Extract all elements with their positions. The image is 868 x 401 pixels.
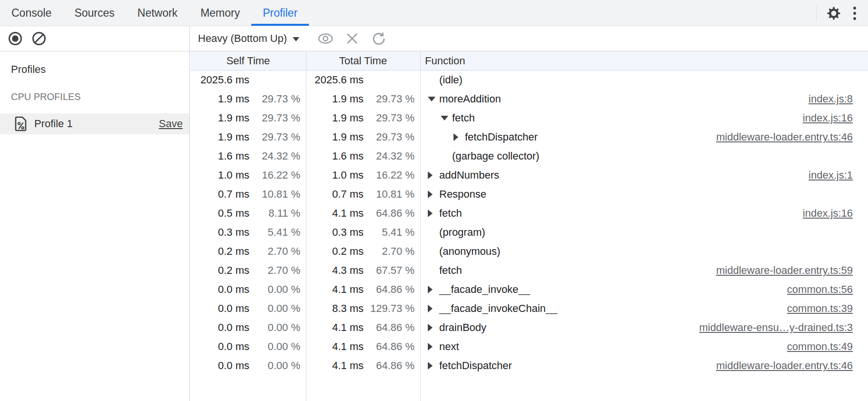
total-time-value: 1.9 ms xyxy=(306,93,364,105)
self-time-percent: 0.00 % xyxy=(249,321,300,334)
save-profile-link[interactable]: Save xyxy=(159,118,183,130)
table-row[interactable]: 1.9 ms 29.73 % 1.9 ms 29.73 % fetchDispa… xyxy=(190,128,868,147)
self-time-value: 1.9 ms xyxy=(190,112,249,124)
total-time-cell: 4.3 ms 67.57 % xyxy=(306,261,420,280)
column-header-function[interactable]: Function xyxy=(420,51,868,70)
self-time-cell: 1.0 ms 16.22 % xyxy=(190,166,306,185)
table-row[interactable]: 0.7 ms 10.81 % 0.7 ms 10.81 % Response xyxy=(190,185,868,204)
table-row[interactable]: 2025.6 ms 2025.6 ms (idle) xyxy=(190,70,868,90)
column-header-total-time[interactable]: Total Time xyxy=(306,51,420,70)
self-time-cell: 1.6 ms 24.32 % xyxy=(190,147,306,166)
self-time-percent: 8.11 % xyxy=(249,207,300,220)
tree-expander[interactable] xyxy=(428,190,439,198)
self-time-cell: 1.9 ms 29.73 % xyxy=(190,109,306,128)
total-time-percent: 2.70 % xyxy=(364,245,414,258)
function-cell: __facade_invokeChain__ common.ts:39 xyxy=(420,299,868,318)
table-row[interactable]: 0.0 ms 0.00 % 4.1 ms 64.86 % fetchDispat… xyxy=(190,356,868,375)
function-cell: next common.ts:49 xyxy=(420,337,868,356)
source-link[interactable]: middleware-loader.entry.ts:59 xyxy=(716,264,853,277)
total-time-cell: 8.3 ms 129.73 % xyxy=(306,299,420,318)
table-row[interactable]: 0.2 ms 2.70 % 4.3 ms 67.57 % fetch middl… xyxy=(190,261,868,280)
function-name: fetch xyxy=(452,112,475,124)
source-link[interactable]: common.ts:49 xyxy=(787,341,853,353)
restore-all-button[interactable] xyxy=(372,31,386,46)
table-row[interactable]: 0.5 ms 8.11 % 4.1 ms 64.86 % fetch index… xyxy=(190,204,868,223)
record-icon xyxy=(8,31,23,46)
source-link[interactable]: common.ts:56 xyxy=(787,283,853,296)
self-time-value: 0.0 ms xyxy=(190,302,249,315)
source-link[interactable]: middleware-ensu…y-drained.ts:3 xyxy=(699,321,853,334)
tree-expander[interactable] xyxy=(428,97,439,101)
sidebar-item-profile-1[interactable]: Profile 1 Save xyxy=(0,113,189,134)
total-time-cell: 1.9 ms 29.73 % xyxy=(306,128,420,147)
function-name: fetchDispatcher xyxy=(439,360,512,372)
exclude-selected-button[interactable] xyxy=(345,31,359,46)
tree-expander[interactable] xyxy=(428,305,439,312)
function-cell: fetch index.js:16 xyxy=(420,204,868,223)
tree-expander[interactable] xyxy=(428,171,439,179)
tab-profiler[interactable]: Profiler xyxy=(251,0,309,26)
tree-expander[interactable] xyxy=(428,324,439,331)
table-row[interactable]: 0.0 ms 0.00 % 8.3 ms 129.73 % __facade_i… xyxy=(190,299,868,318)
table-row[interactable]: 1.0 ms 16.22 % 1.0 ms 16.22 % addNumbers… xyxy=(190,166,868,185)
total-time-value: 2025.6 ms xyxy=(306,74,364,86)
tree-expander[interactable] xyxy=(428,343,439,351)
source-link[interactable]: common.ts:39 xyxy=(787,302,853,315)
function-cell: fetchDispatcher middleware-loader.entry.… xyxy=(420,356,868,375)
table-row[interactable]: 1.6 ms 24.32 % 1.6 ms 24.32 % (garbage c… xyxy=(190,147,868,166)
view-mode-select[interactable]: Heavy (Bottom Up) xyxy=(198,32,299,45)
source-link[interactable]: middleware-loader.entry.ts:46 xyxy=(716,360,853,372)
tab-memory[interactable]: Memory xyxy=(189,0,251,26)
total-time-value: 0.2 ms xyxy=(306,245,364,258)
source-link[interactable]: index.js:8 xyxy=(809,93,853,105)
tree-indent xyxy=(420,213,428,214)
clear-profiles-button[interactable] xyxy=(31,31,47,46)
tab-console[interactable]: Console xyxy=(0,0,63,26)
profiles-title: Profiles xyxy=(0,60,189,79)
self-time-percent: 29.73 % xyxy=(249,131,300,143)
self-time-value: 1.9 ms xyxy=(190,93,249,105)
table-row[interactable]: 0.0 ms 0.00 % 4.1 ms 64.86 % __facade_in… xyxy=(190,280,868,299)
self-time-value: 0.0 ms xyxy=(190,283,249,296)
total-time-cell: 0.3 ms 5.41 % xyxy=(306,223,420,242)
total-time-percent: 5.41 % xyxy=(364,226,414,239)
table-row[interactable]: 1.9 ms 29.73 % 1.9 ms 29.73 % fetch inde… xyxy=(190,109,868,128)
self-time-cell: 0.3 ms 5.41 % xyxy=(190,223,306,242)
tree-indent xyxy=(420,290,428,290)
self-time-cell: 0.2 ms 2.70 % xyxy=(190,261,306,280)
table-row[interactable]: 0.3 ms 5.41 % 0.3 ms 5.41 % (program) xyxy=(190,223,868,242)
tab-network[interactable]: Network xyxy=(126,0,189,26)
source-link[interactable]: index.js:16 xyxy=(803,112,853,124)
tree-expander[interactable] xyxy=(428,286,439,293)
tree-expander[interactable] xyxy=(428,362,439,370)
source-link[interactable]: index.js:16 xyxy=(803,207,853,220)
function-cell: __facade_invoke__ common.ts:56 xyxy=(420,280,868,299)
tree-expander[interactable] xyxy=(454,133,465,141)
self-time-value: 0.5 ms xyxy=(190,207,249,220)
table-row[interactable]: 0.0 ms 0.00 % 4.1 ms 64.86 % next common… xyxy=(190,337,868,356)
table-row[interactable]: 0.2 ms 2.70 % 0.2 ms 2.70 % (anonymous) xyxy=(190,242,868,261)
tree-expander[interactable] xyxy=(441,116,452,120)
record-profile-button[interactable] xyxy=(8,31,23,46)
tab-sources[interactable]: Sources xyxy=(63,0,126,26)
column-divider[interactable] xyxy=(306,51,306,401)
column-divider[interactable] xyxy=(420,51,421,401)
focus-selected-button[interactable] xyxy=(318,31,333,46)
tree-indent xyxy=(420,366,428,366)
more-options-button[interactable] xyxy=(844,3,865,24)
source-link[interactable]: index.js:1 xyxy=(809,169,853,181)
gear-icon xyxy=(826,5,842,21)
tree-expander[interactable] xyxy=(428,210,439,217)
source-link[interactable]: middleware-loader.entry.ts:46 xyxy=(716,131,853,143)
function-name: (garbage collector) xyxy=(452,150,539,162)
total-time-value: 1.9 ms xyxy=(306,131,364,143)
total-time-percent: 64.86 % xyxy=(364,283,414,296)
function-cell: drainBody middleware-ensu…y-drained.ts:3 xyxy=(420,318,868,337)
total-time-percent: 129.73 % xyxy=(364,302,414,315)
column-header-self-time[interactable]: Self Time xyxy=(190,51,306,70)
self-time-value: 0.3 ms xyxy=(190,226,249,239)
settings-button[interactable] xyxy=(823,3,844,24)
table-row[interactable]: 0.0 ms 0.00 % 4.1 ms 64.86 % drainBody m… xyxy=(190,318,868,337)
tree-indent xyxy=(420,137,454,138)
table-row[interactable]: 1.9 ms 29.73 % 1.9 ms 29.73 % moreAdditi… xyxy=(190,90,868,109)
